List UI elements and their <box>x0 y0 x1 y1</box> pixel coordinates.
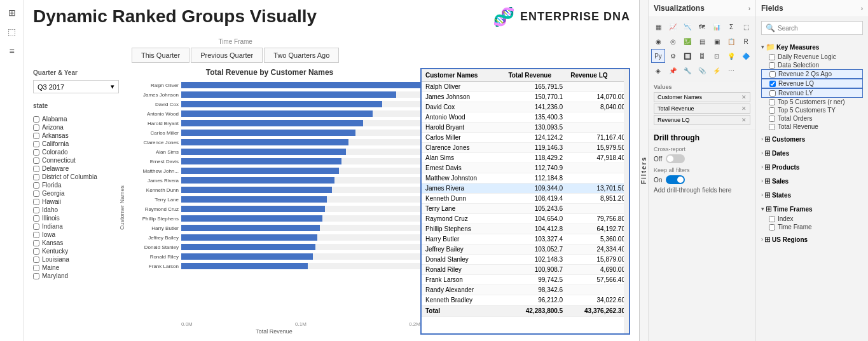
viz-icon-3-2[interactable]: 🔧 <box>680 64 694 77</box>
field-group-items: Daily Revenue Logic Data Selection Reven… <box>761 53 863 131</box>
state-checkbox[interactable] <box>33 133 39 139</box>
viz-icon-2-4[interactable]: ⊡ <box>710 49 724 63</box>
two-quarters-ago-btn[interactable]: Two Quarters Ago <box>264 48 339 63</box>
state-name: Arkansas <box>42 132 69 139</box>
viz-icon-0-6[interactable]: ⬚ <box>739 20 753 34</box>
field-checkbox-0-7[interactable] <box>769 116 775 122</box>
search-input[interactable] <box>778 25 858 32</box>
field-group-header-0[interactable]: ▾ 📁 Key Measures <box>761 41 863 53</box>
viz-icon-1-5[interactable]: 📋 <box>724 34 738 48</box>
field-checkbox-6-1[interactable] <box>769 224 775 231</box>
bar-fill <box>181 234 317 241</box>
state-checkbox[interactable] <box>33 157 39 164</box>
scroll-track[interactable] <box>624 69 629 333</box>
state-checkbox[interactable] <box>33 273 39 279</box>
sidebar-icon-1[interactable]: ⊞ <box>4 5 20 20</box>
sidebar-icon-2[interactable]: ⬚ <box>4 24 20 39</box>
viz-icon-1-4[interactable]: ▣ <box>710 34 724 48</box>
state-checkbox[interactable] <box>33 182 39 189</box>
state-checkbox[interactable] <box>33 215 39 222</box>
viz-icon-2-1[interactable]: ⚙ <box>666 49 680 63</box>
state-checkbox[interactable] <box>33 116 39 123</box>
field-group-header-3[interactable]: › ⊞ Products <box>761 161 863 173</box>
viz-icon-1-2[interactable]: 💹 <box>680 34 694 48</box>
field-group-header-2[interactable]: › ⊞ Dates <box>761 147 863 159</box>
state-checkbox[interactable] <box>33 224 39 230</box>
state-checkbox[interactable] <box>33 191 39 197</box>
sidebar-icon-3[interactable]: ≡ <box>4 43 20 58</box>
state-checkbox[interactable] <box>33 124 39 131</box>
val-chip-total-revenue[interactable]: Total Revenue ✕ <box>654 104 750 114</box>
field-checkbox-0-1[interactable] <box>769 62 775 69</box>
state-checkbox[interactable] <box>33 166 39 172</box>
viz-icon-3-3[interactable]: 📎 <box>695 64 709 77</box>
this-quarter-btn[interactable]: This Quarter <box>132 48 189 63</box>
viz-icon-1-3[interactable]: ▤ <box>695 34 709 48</box>
viz-icon-2-3[interactable]: 🎛 <box>695 49 709 63</box>
viz-icon-1-6[interactable]: R <box>739 34 753 48</box>
field-checkbox-0-2[interactable] <box>769 71 776 77</box>
quarter-select[interactable]: Q3 2017 ▾ <box>33 80 119 93</box>
field-group-header-7[interactable]: › ⊞ US Regions <box>761 234 863 245</box>
keep-filters-toggle[interactable] <box>666 175 685 184</box>
field-checkbox-0-4[interactable] <box>769 90 776 97</box>
prev-quarter-btn[interactable]: Previous Quarter <box>191 48 263 63</box>
state-checkbox[interactable] <box>33 240 39 246</box>
bar-name: Terry Lane <box>128 197 179 203</box>
viz-icon-1-0[interactable]: ◉ <box>651 34 665 48</box>
table-cell-name: Ernest Davis <box>422 163 504 173</box>
viz-icon-3-1[interactable]: 📌 <box>666 64 680 77</box>
viz-icon-0-1[interactable]: 📈 <box>666 20 680 34</box>
field-checkbox-0-5[interactable] <box>769 99 775 105</box>
viz-icon-2-5[interactable]: 💡 <box>724 49 738 63</box>
state-checkbox[interactable] <box>33 174 39 180</box>
fields-search[interactable]: 🔍 <box>761 21 863 35</box>
state-item: Louisiana <box>33 256 119 263</box>
field-group-chevron-6: ▾ <box>761 206 764 212</box>
fields-expand-icon[interactable]: › <box>861 5 863 12</box>
viz-icon-2-0[interactable]: Py <box>651 49 665 63</box>
viz-expand-icon[interactable]: › <box>748 5 750 12</box>
field-group-header-6[interactable]: ▾ ⊞ Time Frames <box>761 203 863 215</box>
state-checkbox[interactable] <box>33 149 39 156</box>
field-checkbox-0-6[interactable] <box>769 107 775 114</box>
add-drill-link[interactable]: Add drill-through fields here <box>654 187 750 194</box>
table-cell-revenue: 100,908.7 <box>504 265 567 275</box>
state-checkbox[interactable] <box>33 232 39 238</box>
state-checkbox[interactable] <box>33 265 39 271</box>
viz-icon-0-0[interactable]: ▦ <box>651 20 665 34</box>
viz-icon-3-0[interactable]: ◈ <box>651 64 665 77</box>
field-checkbox-6-0[interactable] <box>769 216 775 222</box>
field-checkbox-0-8[interactable] <box>769 124 775 130</box>
table-row: Jeffrey Bailey 103,052.7 24,334.40 <box>422 244 629 255</box>
viz-icon-3-4[interactable]: ⚡ <box>710 64 724 77</box>
table-row: Randy Alexander 98,342.6 <box>422 285 629 295</box>
field-checkbox-0-0[interactable] <box>769 54 775 60</box>
field-group-label-6: Time Frames <box>773 206 813 213</box>
val-chip-revenue-lq[interactable]: Revenue LQ ✕ <box>654 115 750 125</box>
viz-icon-0-4[interactable]: 📊 <box>710 20 724 34</box>
state-checkbox[interactable] <box>33 141 39 147</box>
viz-icon-0-3[interactable]: 🗺 <box>695 20 709 34</box>
viz-icon-0-2[interactable]: 📉 <box>680 20 694 34</box>
field-group-header-4[interactable]: › ⊞ Sales <box>761 175 863 187</box>
field-label-0-4: Revenue LY <box>778 90 813 97</box>
bar-row: Harold Bryant <box>128 119 420 128</box>
field-group-header-5[interactable]: › ⊞ States <box>761 189 863 201</box>
viz-icon-0-5[interactable]: Σ <box>724 20 738 34</box>
cross-report-toggle[interactable] <box>666 154 685 163</box>
state-checkbox[interactable] <box>33 248 39 255</box>
viz-icon-3-6[interactable] <box>739 64 753 77</box>
viz-icon-3-5[interactable]: ⋯ <box>724 64 738 77</box>
table-cell-revenue: 105,243.6 <box>504 204 567 214</box>
state-checkbox[interactable] <box>33 257 39 263</box>
viz-icon-2-2[interactable]: 🔲 <box>680 49 694 63</box>
field-group-header-1[interactable]: › ⊞ Customers <box>761 133 863 145</box>
viz-icon-2-6[interactable]: 🔷 <box>739 49 753 63</box>
field-checkbox-0-3[interactable] <box>769 81 776 87</box>
state-checkbox[interactable] <box>33 207 39 213</box>
val-chip-customer-names[interactable]: Customer Names ✕ <box>654 92 750 102</box>
viz-icon-1-1[interactable]: ◎ <box>666 34 680 48</box>
state-checkbox[interactable] <box>33 199 39 205</box>
table-cell-revenue: 104,654.0 <box>504 214 567 224</box>
